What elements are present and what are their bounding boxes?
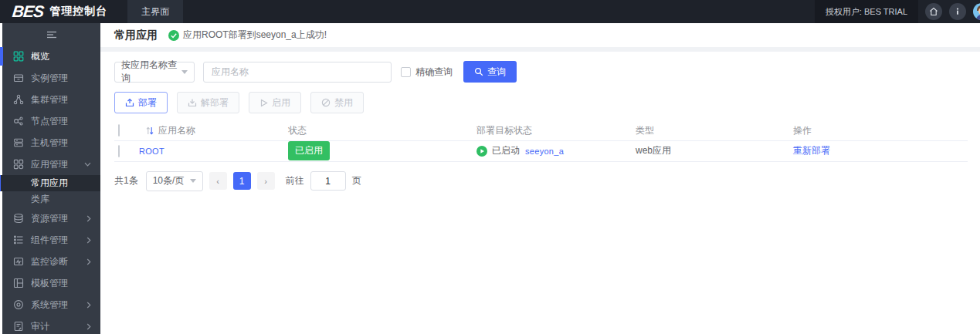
sidebar-item-label: 模板管理 [31, 277, 100, 290]
sidebar-item-system-mgmt[interactable]: 系统管理 [2, 294, 100, 315]
sidebar-item-component-mgmt[interactable]: 组件管理 [2, 229, 100, 251]
app-name-link[interactable]: ROOT [139, 147, 164, 156]
redeploy-link[interactable]: 重新部署 [793, 145, 830, 156]
sidebar-item-cluster-mgmt[interactable]: 集群管理 [2, 89, 100, 110]
total-count: 共1条 [114, 174, 138, 187]
chevron-right-icon [86, 302, 91, 309]
sort-icon[interactable] [146, 127, 154, 135]
chevron-down-icon [190, 179, 196, 183]
pagination: 共1条 10条/页 ‹ 1 › 前往 页 [114, 171, 966, 191]
row-checkbox[interactable] [118, 145, 120, 157]
sidebar-item-monitor-diag[interactable]: 监控诊断 [2, 251, 100, 272]
deploy-button-label: 部署 [138, 96, 157, 110]
enable-button-label: 启用 [272, 96, 290, 110]
sidebar-item-resource-mgmt[interactable]: 资源管理 [2, 207, 100, 229]
success-message-text: 应用ROOT部署到seeyon_a上成功! [183, 29, 327, 42]
search-field-select-value: 按应用名称查询 [121, 59, 181, 85]
col-target-status: 部署目标状态 [476, 125, 532, 136]
app-window: BES 管理控制台 主界面 授权用户: BES TRIAL [0, 0, 980, 334]
sidebar-item-class-lib[interactable]: 类库 [2, 191, 100, 207]
node-icon [13, 116, 24, 127]
toolbar: 部署 解部署 启用 [114, 92, 966, 113]
sidebar-item-template-mgmt[interactable]: 模板管理 [2, 272, 100, 294]
sidebar-subitem-label: 类库 [31, 193, 49, 206]
bes-logo: BES [12, 2, 45, 21]
deploy-icon [125, 98, 134, 107]
col-app-name[interactable]: 应用名称 [158, 124, 195, 137]
grid-icon [13, 51, 24, 62]
sidebar-item-label: 实例管理 [31, 72, 100, 85]
sidebar-collapse-button[interactable] [2, 23, 100, 46]
play-icon [259, 99, 268, 107]
component-icon [13, 234, 24, 245]
next-page-button[interactable]: › [257, 172, 275, 190]
sidebar-item-label: 监控诊断 [31, 255, 86, 268]
chevron-down-icon [181, 70, 188, 74]
sidebar-item-label: 审计 [31, 320, 86, 333]
cluster-icon [13, 94, 24, 105]
ban-icon [321, 98, 331, 107]
sidebar-item-app-mgmt[interactable]: 应用管理 [2, 154, 100, 175]
menu-fold-icon [46, 30, 58, 39]
sidebar: 概览 实例管理 集群管理 [0, 23, 100, 334]
goto-page-suffix: 页 [352, 174, 361, 187]
sidebar-item-label: 节点管理 [31, 115, 100, 128]
disable-button-label: 禁用 [334, 96, 353, 110]
instance-icon [13, 73, 24, 83]
search-icon [474, 67, 483, 76]
topbar-right: 授权用户: BES TRIAL [815, 0, 980, 23]
tab-main-view[interactable]: 主界面 [127, 0, 183, 23]
search-field-select[interactable]: 按应用名称查询 [114, 62, 195, 83]
sidebar-subitem-label: 常用应用 [31, 177, 68, 190]
sidebar-item-label: 主机管理 [31, 137, 100, 150]
info-icon[interactable] [949, 3, 966, 20]
col-status: 状态 [288, 125, 307, 136]
sidebar-item-audit[interactable]: 审计 [2, 315, 100, 334]
goto-label: 前往 [286, 174, 304, 187]
exact-query-label: 精确查询 [415, 66, 453, 79]
page-1-button[interactable]: 1 [233, 172, 251, 190]
select-all-checkbox[interactable] [118, 124, 120, 137]
target-name-link[interactable]: seeyon_a [525, 147, 564, 156]
sidebar-item-label: 集群管理 [31, 93, 100, 106]
sidebar-item-label: 应用管理 [31, 158, 84, 171]
undeploy-button[interactable]: 解部署 [177, 92, 239, 113]
started-play-icon [476, 146, 487, 157]
checkbox-icon[interactable] [401, 67, 411, 77]
table-header-row: 应用名称 状态 部署目标状态 类型 操作 [114, 121, 968, 140]
table-row: ROOT 已启用 已启动 seeyon_a [114, 140, 968, 161]
query-button-label: 查询 [487, 66, 506, 79]
page-header: 常用应用 应用ROOT部署到seeyon_a上成功! [100, 23, 980, 47]
query-button[interactable]: 查询 [463, 61, 517, 83]
sidebar-item-node-mgmt[interactable]: 节点管理 [2, 110, 100, 132]
target-state-text: 已启动 [492, 144, 520, 157]
system-icon [13, 299, 24, 310]
audit-icon [13, 321, 24, 332]
app-name-input[interactable] [203, 62, 392, 83]
app-type-text: web应用 [636, 145, 671, 156]
deploy-button[interactable]: 部署 [114, 92, 168, 113]
success-message: 应用ROOT部署到seeyon_a上成功! [168, 29, 327, 42]
success-check-icon [168, 30, 179, 41]
target-status-cell: 已启动 seeyon_a [476, 144, 636, 157]
undeploy-icon [188, 98, 197, 107]
apps-icon [13, 159, 24, 170]
host-icon [13, 137, 24, 148]
disable-button[interactable]: 禁用 [310, 92, 364, 113]
exact-query-checkbox[interactable]: 精确查询 [401, 66, 453, 79]
sidebar-item-common-apps[interactable]: 常用应用 [0, 175, 100, 191]
page-title: 常用应用 [114, 29, 158, 42]
chevron-right-icon [86, 237, 91, 244]
sidebar-item-instance-mgmt[interactable]: 实例管理 [2, 67, 100, 89]
goto-page-input[interactable] [310, 171, 346, 191]
page-size-select[interactable]: 10条/页 [146, 171, 203, 191]
home-icon[interactable] [925, 3, 942, 20]
enable-button[interactable]: 启用 [249, 92, 301, 113]
licensed-user-label[interactable]: 授权用户: BES TRIAL [815, 0, 918, 23]
prev-page-button[interactable]: ‹ [209, 172, 227, 190]
sidebar-item-host-mgmt[interactable]: 主机管理 [2, 132, 100, 154]
user-avatar[interactable] [973, 3, 980, 20]
page-size-value: 10条/页 [153, 174, 185, 187]
col-type: 类型 [636, 125, 654, 136]
sidebar-item-overview[interactable]: 概览 [2, 46, 100, 67]
